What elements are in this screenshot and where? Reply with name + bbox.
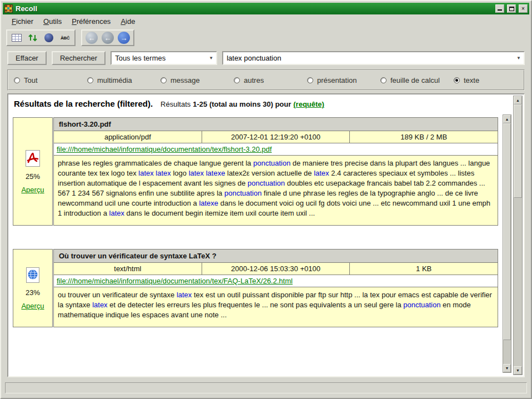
next-page-icon: → xyxy=(118,32,130,44)
abstract-text: phrase les regles grammaticales de chaqu… xyxy=(58,159,253,167)
toolbar-group-navigation: ← ← → xyxy=(81,29,134,46)
list-scrollbar-thumb[interactable] xyxy=(503,123,511,340)
preview-link[interactable]: Aperçu xyxy=(21,186,44,194)
recoll-window: Recoll × Fichier Outils Préférences Aide… xyxy=(0,0,532,399)
highlighted-term: latex latex xyxy=(138,169,171,177)
results-heading: Résultats de la recherche (filtered).Rés… xyxy=(13,98,498,114)
result-url-link[interactable]: file:///home/michael/informatique/docume… xyxy=(57,145,272,153)
close-button[interactable]: × xyxy=(519,4,528,13)
history-button[interactable] xyxy=(42,31,56,44)
radio-icon xyxy=(160,77,167,83)
abstract-text: dans le document begin itemize item uxil… xyxy=(124,209,315,217)
result-meta-row: text/html 2000-12-06 15:03:30 +0100 1 KB xyxy=(53,262,498,275)
scroll-down-icon[interactable]: ▼ xyxy=(514,366,522,375)
minimize-icon xyxy=(498,7,502,11)
maximize-button[interactable] xyxy=(507,4,516,13)
abstract-text: latex2ε version actuelle de xyxy=(225,169,314,177)
result-url-link[interactable]: file:///home/michael/informatique/docume… xyxy=(57,277,293,285)
filter-radio-autres[interactable]: autres xyxy=(234,76,307,84)
preview-link[interactable]: Aperçu xyxy=(21,302,44,310)
previous-page-icon: ← xyxy=(102,32,114,44)
result-size: 189 KB / 2 MB xyxy=(349,131,498,143)
search-row: Effacer Rechercher Tous les termes ▼ ▼ xyxy=(3,48,529,68)
result-date: 2007-12-01 12:19:20 +0100 xyxy=(202,131,350,143)
radio-icon xyxy=(307,77,313,83)
minimize-button[interactable] xyxy=(495,4,504,13)
list-scrollbar-track[interactable] xyxy=(503,123,511,364)
results-scrollbar-track[interactable] xyxy=(514,104,522,366)
scroll-up-icon[interactable]: ▲ xyxy=(503,115,511,123)
menu-preferences[interactable]: Préférences xyxy=(67,16,116,27)
filter-label: message xyxy=(170,76,200,84)
filter-label: feuille de calcul xyxy=(390,76,440,84)
menu-outils[interactable]: Outils xyxy=(38,16,67,27)
history-icon xyxy=(44,33,53,42)
filter-radio-feuille-de-calcul[interactable]: feuille de calcul xyxy=(380,76,454,84)
filter-label: présentation xyxy=(317,76,357,84)
filter-radio-tout[interactable]: Tout xyxy=(14,76,87,84)
highlighted-term: ponctuation xyxy=(224,189,262,197)
result-size: 1 KB xyxy=(349,262,498,275)
filter-label: texte xyxy=(464,76,479,84)
query-input[interactable] xyxy=(227,54,513,62)
list-scrollbar[interactable]: ▲ ▼ xyxy=(503,114,511,373)
menu-fichier[interactable]: Fichier xyxy=(7,16,38,27)
highlighted-term: ponctuation xyxy=(248,179,285,187)
previous-page-button[interactable]: ← xyxy=(101,31,114,44)
scroll-up-icon[interactable]: ▲ xyxy=(514,96,522,104)
result-title: flshort-3.20.pdf xyxy=(53,117,498,131)
result-abstract: ou trouver un verificateur de syntaxe la… xyxy=(53,287,498,327)
result-url-row: file:///home/michael/informatique/docume… xyxy=(53,275,498,287)
highlighted-term: latex latexe xyxy=(189,169,225,177)
chevron-down-icon: ▼ xyxy=(207,56,215,61)
filter-radio-multimédia[interactable]: multimédia xyxy=(87,76,160,84)
result-entry: 23% Aperçu Où trouver un vérificateur de… xyxy=(13,249,498,327)
term-explorer-icon: ÂBĈ xyxy=(61,36,69,41)
sort-by-dates-button[interactable] xyxy=(26,31,39,44)
radio-icon xyxy=(380,77,387,83)
html-icon xyxy=(25,267,41,283)
maximize-icon xyxy=(509,7,514,11)
query-combobox: ▼ xyxy=(222,51,525,65)
filter-radio-message[interactable]: message xyxy=(160,76,234,84)
menu-aide[interactable]: Aide xyxy=(116,16,140,27)
highlighted-term: latex xyxy=(314,169,329,177)
sort-by-dates-icon xyxy=(28,33,38,43)
result-entry: 25% Aperçu flshort-3.20.pdf application/… xyxy=(13,117,498,226)
radio-icon xyxy=(454,77,460,83)
abstract-text: logo xyxy=(171,169,189,177)
filter-radio-présentation[interactable]: présentation xyxy=(307,76,380,84)
relevance-percent: 25% xyxy=(26,172,40,181)
next-page-button[interactable]: → xyxy=(117,31,131,44)
highlighted-term: latexe xyxy=(199,199,218,207)
pdf-icon xyxy=(25,149,41,167)
filter-radio-texte[interactable]: texte xyxy=(454,76,479,84)
result-url-row: file:///home/michael/informatique/docume… xyxy=(53,143,498,156)
clear-button[interactable]: Effacer xyxy=(7,51,47,65)
results-scrollbar[interactable]: ▲ ▼ xyxy=(513,96,523,375)
result-details: Où trouver un vérificateur de syntaxe La… xyxy=(53,249,498,327)
result-date: 2000-12-06 15:03:30 +0100 xyxy=(202,262,350,275)
chevron-down-icon[interactable]: ▼ xyxy=(515,56,523,61)
result-details: flshort-3.20.pdf application/pdf 2007-12… xyxy=(53,117,498,226)
table-view-icon xyxy=(12,34,22,42)
filter-row: Toutmultimédiamessageautresprésentationf… xyxy=(7,69,525,91)
results-scrollbar-thumb[interactable] xyxy=(514,104,522,198)
filter-label: Tout xyxy=(24,76,38,84)
radio-icon xyxy=(234,77,240,83)
result-side-panel: 25% Aperçu xyxy=(13,117,53,226)
results-summary-prefix: Résultats xyxy=(160,100,190,108)
first-page-button[interactable]: ← xyxy=(85,31,98,44)
table-view-button[interactable] xyxy=(10,31,23,44)
status-message-field xyxy=(5,382,527,393)
results-list: 25% Aperçu flshort-3.20.pdf application/… xyxy=(13,117,498,327)
result-title: Où trouver un vérificateur de syntaxe La… xyxy=(53,249,498,263)
query-details-link[interactable]: (requête) xyxy=(293,100,324,108)
titlebar[interactable]: Recoll × xyxy=(3,3,529,14)
toolbar: ÂBĈ ← ← → xyxy=(3,28,529,48)
term-explorer-button[interactable]: ÂBĈ xyxy=(58,31,72,44)
search-mode-combobox[interactable]: Tous les termes ▼ xyxy=(111,51,217,65)
filter-label: autres xyxy=(244,76,264,84)
scroll-down-icon[interactable]: ▼ xyxy=(503,364,511,372)
search-button[interactable]: Rechercher xyxy=(52,51,106,65)
